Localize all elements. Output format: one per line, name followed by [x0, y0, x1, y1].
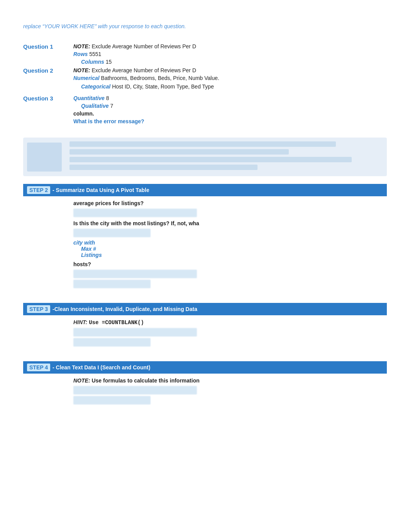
question2-content: NOTE: Exclude Average Number of Reviews … — [73, 67, 387, 83]
categorical-label: Categorical — [73, 83, 110, 90]
note-text: Exclude Average Number of Reviews Per D — [91, 43, 196, 49]
question3-column: column. — [73, 110, 387, 117]
step2-body: average prices for listings? Is this the… — [23, 196, 387, 294]
step2-blur-3 — [73, 270, 197, 278]
columns-value: 15 — [106, 59, 112, 65]
step3-badge: STEP 3 — [27, 305, 50, 313]
question1-columns: Columns 15 — [73, 59, 387, 65]
step2-city-labels: city with Max # Listings — [73, 240, 112, 258]
note-keyword: NOTE: — [73, 43, 90, 49]
step3-header: STEP 3 -Clean Inconsistent, Invalid, Dup… — [23, 303, 387, 315]
step4-header: STEP 4 - Clean Text Data I (Search and C… — [23, 361, 387, 374]
step2-line2: Is this the city with the most listings?… — [73, 220, 387, 226]
question1-content: NOTE: Exclude Average Number of Reviews … — [73, 43, 387, 66]
step2-section: STEP 2 - Summarize Data Using A Pivot Ta… — [23, 184, 387, 294]
blur-line-4 — [69, 165, 258, 170]
question3-qualitative: Qualitative 7 — [73, 103, 387, 109]
question3-block: Question 3 Quantitative 8 Qualitative 7 … — [23, 95, 387, 126]
step3-body: HINT: Use =COUNTBLANK() — [23, 315, 387, 352]
question3-row: Question 3 Quantitative 8 Qualitative 7 … — [23, 95, 387, 126]
question1-note: NOTE: Exclude Average Number of Reviews … — [73, 43, 387, 49]
step2-city-label2: Max # — [73, 246, 112, 252]
q2-note-text: Exclude Average Number of Reviews Per D — [91, 67, 196, 73]
step4-title: - Clean Text Data I (Search and Count) — [53, 364, 150, 371]
question2-note: NOTE: Exclude Average Number of Reviews … — [73, 67, 387, 73]
step4-blur-2 — [73, 396, 151, 405]
qualitative-label: Qualitative — [81, 103, 109, 109]
step2-city-label1: city with — [73, 240, 112, 246]
step3-hint: HINT: Use =COUNTBLANK() — [73, 319, 387, 326]
step4-note-keyword: NOTE: — [73, 377, 90, 384]
blurred-preview-area — [23, 138, 387, 176]
step2-city-label3: Listings — [73, 252, 112, 258]
question3-label: Question 3 — [23, 95, 73, 102]
question2-categorical: Categorical Host ID, City, State, Room T… — [73, 83, 387, 90]
question3-quantitative: Quantitative 8 — [73, 95, 387, 101]
quantitative-value: 8 — [106, 95, 109, 101]
blur-line-2 — [69, 149, 289, 155]
step2-header: STEP 2 - Summarize Data Using A Pivot Ta… — [23, 184, 387, 196]
step2-blur-1 — [73, 209, 197, 217]
categorical-value: Host ID, City, State, Room Type, Bed Typ… — [112, 83, 214, 90]
blue-placeholder-block — [27, 143, 62, 172]
numerical-value: Bathrooms, Bedrooms, Beds, Price, Numb V… — [101, 75, 219, 81]
question1-row: Question 1 NOTE: Exclude Average Number … — [23, 43, 387, 66]
step4-blur-1 — [73, 386, 197, 394]
step4-section: STEP 4 - Clean Text Data I (Search and C… — [23, 361, 387, 410]
blur-lines — [69, 141, 383, 172]
step3-blur-1 — [73, 328, 197, 337]
step4-note: NOTE: Use formulas to calculate this inf… — [73, 377, 387, 384]
question2-row: Question 2 NOTE: Exclude Average Number … — [23, 67, 387, 83]
step2-blur-2 — [73, 229, 151, 237]
step3-hint-text: Use =COUNTBLANK() — [89, 320, 144, 326]
question2-label: Question 2 — [23, 67, 73, 74]
step3-section: STEP 3 -Clean Inconsistent, Invalid, Dup… — [23, 303, 387, 352]
question2-block: Question 2 NOTE: Exclude Average Number … — [23, 67, 387, 90]
step2-city-block: city with Max # Listings — [73, 240, 387, 258]
numerical-label: Numerical — [73, 75, 100, 81]
step4-body: NOTE: Use formulas to calculate this inf… — [23, 374, 387, 410]
blur-line-1 — [69, 141, 336, 147]
quantitative-label: Quantitative — [73, 95, 105, 101]
question3-content: Quantitative 8 Qualitative 7 column. Wha… — [73, 95, 387, 126]
question1-rows: Rows 5551 — [73, 51, 387, 57]
q2-note-keyword: NOTE: — [73, 67, 90, 73]
step2-line1: average prices for listings? — [73, 200, 387, 206]
step4-badge: STEP 4 — [27, 364, 50, 371]
step2-badge: STEP 2 — [27, 186, 50, 194]
rows-value: 5551 — [89, 51, 101, 57]
question1-label: Question 1 — [23, 43, 73, 50]
intro-text: replace “YOUR WORK HERE” with your respo… — [23, 23, 387, 29]
blur-line-3 — [69, 157, 352, 162]
step2-title: - Summarize Data Using A Pivot Table — [53, 187, 149, 193]
step3-blur-2 — [73, 338, 151, 347]
questions-section: Question 1 NOTE: Exclude Average Number … — [23, 43, 387, 126]
rows-label: Rows — [73, 51, 88, 57]
step2-line3: hosts? — [73, 261, 387, 267]
step3-title: -Clean Inconsistent, Invalid, Duplicate,… — [53, 306, 197, 312]
step4-note-text: Use formulas to calculate this informati… — [91, 377, 199, 384]
step2-blur-4 — [73, 280, 151, 288]
step3-hint-keyword: HINT: — [73, 319, 87, 325]
question2-numerical: Numerical Bathrooms, Bedrooms, Beds, Pri… — [73, 75, 387, 81]
qualitative-value: 7 — [110, 103, 113, 109]
columns-label: Columns — [73, 59, 104, 65]
question3-error: What is the error message? — [73, 118, 387, 124]
